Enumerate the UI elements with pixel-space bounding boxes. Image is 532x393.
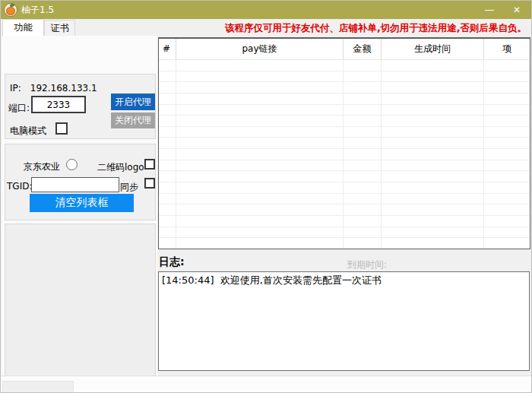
table-cell xyxy=(344,71,382,83)
qr-logo-checkbox[interactable] xyxy=(144,159,155,170)
table-cell xyxy=(344,194,382,205)
table-cell xyxy=(176,105,344,116)
table-cell xyxy=(484,171,530,182)
table-row[interactable] xyxy=(159,216,530,227)
sync-checkbox[interactable] xyxy=(144,178,155,189)
table-cell xyxy=(484,160,530,172)
table-row[interactable] xyxy=(159,204,530,216)
bottom-left-chip xyxy=(2,381,74,393)
table-row[interactable] xyxy=(159,127,530,138)
table-row[interactable] xyxy=(159,93,530,105)
table-cell xyxy=(176,82,344,93)
table-cell xyxy=(159,105,176,116)
pay-table-header: # pay链接 金额 生成时间 项 xyxy=(159,39,530,60)
table-cell xyxy=(484,93,530,105)
table-row[interactable] xyxy=(159,171,530,182)
app-icon xyxy=(4,3,17,17)
table-cell xyxy=(382,138,484,149)
open-proxy-button[interactable]: 开启代理 xyxy=(111,93,155,110)
table-row[interactable] xyxy=(159,160,530,172)
table-row[interactable] xyxy=(159,138,530,149)
table-cell xyxy=(176,204,344,216)
close-button[interactable]: ✕ xyxy=(505,1,528,19)
header-pay-link[interactable]: pay链接 xyxy=(176,39,344,60)
table-cell xyxy=(382,238,484,249)
table-row[interactable] xyxy=(159,149,530,160)
log-entry: [14:50:44] 欢迎使用,首次安装需先配置一次证书 xyxy=(162,274,526,287)
table-row[interactable] xyxy=(159,238,530,249)
table-row[interactable] xyxy=(159,60,530,71)
header-amount[interactable]: 金额 xyxy=(344,39,382,60)
table-cell xyxy=(484,116,530,127)
close-proxy-button[interactable]: 关闭代理 xyxy=(111,113,155,128)
pc-mode-label: 电脑模式 xyxy=(10,125,46,138)
table-cell xyxy=(176,93,344,105)
pc-mode-checkbox[interactable] xyxy=(55,122,68,135)
table-row[interactable] xyxy=(159,105,530,116)
table-row[interactable] xyxy=(159,194,530,205)
table-row[interactable] xyxy=(159,71,530,83)
table-cell xyxy=(176,71,344,83)
table-cell xyxy=(159,60,176,71)
log-textbox[interactable]: [14:50:44] 欢迎使用,首次安装需先配置一次证书 xyxy=(158,271,530,371)
table-cell xyxy=(176,149,344,160)
clear-list-button[interactable]: 清空列表框 xyxy=(30,194,134,212)
table-cell xyxy=(484,71,530,83)
table-cell xyxy=(382,71,484,83)
table-cell xyxy=(176,194,344,205)
table-cell xyxy=(344,116,382,127)
table-cell xyxy=(382,204,484,216)
table-cell xyxy=(382,116,484,127)
table-cell xyxy=(382,160,484,172)
table-cell xyxy=(382,105,484,116)
table-cell xyxy=(344,60,382,71)
minimize-button[interactable]: — xyxy=(480,1,499,19)
header-item[interactable]: 项 xyxy=(484,39,530,60)
pay-table-body[interactable] xyxy=(159,60,530,249)
table-cell xyxy=(176,138,344,149)
app-window: 柚子1.5 — ✕ 功能 证书 该程序仅可用于好友代付、店铺补单,切勿用于违法用… xyxy=(0,0,532,393)
tgid-input[interactable] xyxy=(31,177,119,192)
table-row[interactable] xyxy=(159,182,530,194)
table-cell xyxy=(159,216,176,227)
table-cell xyxy=(382,82,484,93)
table-cell xyxy=(344,149,382,160)
table-cell xyxy=(159,227,176,239)
header-created-time[interactable]: 生成时间 xyxy=(382,39,484,60)
table-cell xyxy=(159,93,176,105)
table-cell xyxy=(382,194,484,205)
proxy-groupbox: IP:192.168.133.1 端口: 开启代理 关闭代理 电脑模式 xyxy=(5,74,156,139)
table-row[interactable] xyxy=(159,227,530,239)
table-cell xyxy=(344,82,382,93)
log-label: 日志: xyxy=(159,255,185,269)
table-cell xyxy=(176,216,344,227)
pay-table[interactable]: # pay链接 金额 生成时间 项 xyxy=(158,37,530,249)
tab-certificate[interactable]: 证书 xyxy=(44,20,75,36)
table-cell xyxy=(344,93,382,105)
table-cell xyxy=(484,149,530,160)
jd-agriculture-label: 京东农业 xyxy=(24,160,60,173)
orange-fruit-icon xyxy=(6,7,15,15)
header-index[interactable]: # xyxy=(159,39,176,60)
table-cell xyxy=(484,227,530,239)
table-cell xyxy=(344,171,382,182)
options-groupbox: 京东农业 二维码logo TGID: 同步 清空列表框 xyxy=(5,144,156,220)
table-cell xyxy=(382,171,484,182)
tab-function[interactable]: 功能 xyxy=(2,19,44,36)
table-cell xyxy=(159,127,176,138)
table-cell xyxy=(382,127,484,138)
table-row[interactable] xyxy=(159,116,530,127)
table-row[interactable] xyxy=(159,82,530,93)
table-cell xyxy=(176,171,344,182)
table-cell xyxy=(382,60,484,71)
warning-text: 该程序仅可用于好友代付、店铺补单,切勿用于违法用途,否则后果自负。 xyxy=(225,22,527,35)
jd-agriculture-radio[interactable] xyxy=(66,159,78,170)
qr-logo-label: 二维码logo xyxy=(97,161,144,174)
empty-groupbox xyxy=(5,223,156,393)
port-input[interactable] xyxy=(31,96,86,113)
table-cell xyxy=(484,238,530,249)
table-cell xyxy=(176,116,344,127)
table-cell xyxy=(176,238,344,249)
table-cell xyxy=(159,82,176,93)
titlebar[interactable]: 柚子1.5 — ✕ xyxy=(1,1,532,19)
